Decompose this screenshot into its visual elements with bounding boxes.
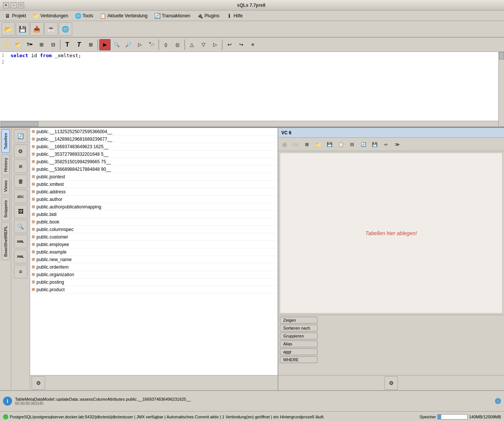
status-time: 00:00:00.063140: [15, 401, 492, 406]
sql-col-view-button[interactable]: ⊟: [47, 39, 59, 50]
sidebar-tab-beanshellrepl[interactable]: BeanShellREPL: [2, 222, 10, 260]
statusbar-connections: 1 Verbindung(en) geöffnet: [222, 415, 270, 419]
table-item[interactable]: ⊞ public.address: [30, 188, 278, 196]
sql-table-view-button[interactable]: ⊞: [36, 39, 47, 50]
sql-execute-button[interactable]: ▶: [99, 39, 111, 50]
database-button[interactable]: ☕: [44, 22, 58, 36]
sidebar-tab-tabellen[interactable]: Tabellen: [2, 129, 10, 153]
table-item[interactable]: ⊞ public.xmltest: [30, 181, 278, 188]
tables-settings-button[interactable]: ⚙: [32, 376, 45, 390]
vc-sortieren-button[interactable]: Sortieren nach: [280, 325, 317, 331]
delete-button[interactable]: 🗑: [14, 175, 27, 188]
vc-folder-button[interactable]: 📁: [313, 139, 323, 150]
sql-grid-button[interactable]: ⊞: [85, 39, 96, 50]
menu-tools[interactable]: 🌐 Tools: [72, 12, 96, 20]
table-item[interactable]: ⊞ public.employee: [30, 241, 278, 248]
table-item[interactable]: ⊞ public.customer: [30, 233, 278, 241]
vc-gruppieren-button[interactable]: Gruppieren: [280, 333, 317, 339]
menu-transaktionen[interactable]: 🔄 Transaktionen: [151, 12, 193, 20]
sql-search-button[interactable]: 🔍: [111, 39, 122, 50]
vc-alias-button[interactable]: Alias: [280, 340, 317, 347]
table-item[interactable]: ⊞ public.jsontest: [30, 173, 278, 181]
vc-aggr-button[interactable]: aggr: [280, 348, 317, 355]
table-item[interactable]: ⊞ public.columnspec: [30, 226, 278, 233]
menu-hilfe[interactable]: ℹ Hilfe: [223, 12, 246, 20]
vc-footer-button[interactable]: ⚙: [384, 376, 398, 390]
sql-open-button[interactable]: 📂: [12, 39, 24, 50]
xml-button2[interactable]: XML: [14, 250, 27, 263]
vc-refresh-button[interactable]: 🔄: [358, 139, 369, 150]
sql-braces2-button[interactable]: {|}: [172, 39, 183, 50]
vc-floppy-button[interactable]: 💾: [369, 139, 380, 150]
sql-search2-button[interactable]: 🔎: [123, 39, 134, 50]
vc-tab[interactable]: VC 6: [278, 128, 504, 138]
sql-search4-button[interactable]: 🔭: [146, 39, 157, 50]
minimize-button[interactable]: −: [11, 2, 17, 8]
table-item[interactable]: ⊞ public.organization: [30, 271, 278, 278]
vc-canvas[interactable]: Tabellen hier ablegen!: [280, 153, 502, 313]
vc-more-button[interactable]: ≫: [392, 139, 402, 150]
sql-menu-button[interactable]: ≡: [247, 39, 258, 50]
table-item[interactable]: ⊞ public.product: [30, 286, 278, 293]
menu-aktuelle-verbindung[interactable]: 📋 Aktuelle Verbindung: [97, 12, 150, 20]
vc-save-button[interactable]: 💾: [324, 139, 335, 150]
save-button[interactable]: 💾: [16, 22, 29, 36]
settings-button[interactable]: ⚙: [14, 144, 27, 158]
sidebar-tab-snippets[interactable]: Snippets: [2, 197, 10, 221]
vc-clipboard-button[interactable]: 📋: [335, 139, 346, 150]
image-button[interactable]: 🖼: [14, 205, 27, 218]
sql-braces-button[interactable]: {}: [160, 39, 172, 50]
refresh-button[interactable]: 🔄: [14, 129, 27, 143]
horizontal-scrollbar-thumb[interactable]: [1, 122, 38, 126]
table-item[interactable]: ⊞ public.__166937483649623 1625__: [30, 143, 278, 150]
table-item[interactable]: ⊞ public.__142898129681689239677__: [30, 135, 278, 143]
tables-list-inner[interactable]: ⊞ public.__113252525072595366004__ ⊞ pub…: [30, 128, 278, 375]
sql-arrow-up-button[interactable]: △: [186, 39, 197, 50]
sql-edit-button[interactable]: T✏: [24, 39, 35, 50]
label-button[interactable]: abc: [14, 190, 27, 203]
table-view-button[interactable]: ⊞: [14, 160, 27, 173]
table-item[interactable]: ⊞ public.posting: [30, 278, 278, 286]
sql-arrow-down-button[interactable]: ▽: [198, 39, 209, 50]
side-menu-button[interactable]: ≡: [14, 265, 27, 278]
table-item[interactable]: ⊞ public.example: [30, 248, 278, 256]
table-item[interactable]: ⊞ public.book: [30, 218, 278, 226]
maximize-button[interactable]: □: [18, 2, 24, 8]
menu-verbindungen[interactable]: 📁 Verbindungen: [30, 12, 71, 20]
vertical-scrollbar-thumb[interactable]: [499, 52, 504, 59]
sql-text-button[interactable]: T: [62, 39, 73, 50]
open-folder-button[interactable]: 📂: [2, 22, 15, 36]
vc-table-button[interactable]: ⊞: [302, 139, 312, 150]
table-item[interactable]: ⊞ public.__113252525072595366004__: [30, 128, 278, 135]
vc-columns-button[interactable]: ⊟: [347, 139, 357, 150]
table-item[interactable]: ⊞ public.__358251501994299665 75__: [30, 158, 278, 166]
table-item[interactable]: ⊞ public.author: [30, 196, 278, 203]
vc-export-button[interactable]: ⇨: [381, 139, 391, 150]
sql-editor[interactable]: 1 select id from _xmltest; 2: [0, 52, 504, 127]
sql-search3-button[interactable]: ▷: [134, 39, 146, 50]
sql-undo-button[interactable]: ↩: [224, 39, 235, 50]
web-button[interactable]: 🌐: [59, 22, 72, 36]
table-item[interactable]: ⊞ public.__353727989332201648 5__: [30, 150, 278, 158]
menu-projekt[interactable]: 🖥 Projekt: [2, 12, 29, 20]
table-item[interactable]: ⊞ public.new_name: [30, 256, 278, 263]
search-side-button[interactable]: 🔍: [14, 220, 27, 233]
sql-arrow-flat-button[interactable]: ▷: [209, 39, 221, 50]
table-item[interactable]: ⊞ public.authorpublicationmapping: [30, 203, 278, 211]
sidebar-tab-history[interactable]: History: [2, 154, 10, 175]
vc-where-button[interactable]: WHERE: [280, 356, 317, 363]
sql-redo-button[interactable]: ↪: [235, 39, 247, 50]
menu-plugins[interactable]: 🔌 Plugins: [194, 12, 222, 20]
horizontal-scrollbar[interactable]: [0, 121, 498, 126]
xml-button1[interactable]: XML: [14, 235, 27, 248]
sql-bold-t-button[interactable]: T: [73, 39, 85, 50]
table-item[interactable]: ⊞ public.bidi: [30, 211, 278, 218]
sql-new-button[interactable]: ✨: [1, 39, 12, 50]
sidebar-tab-views[interactable]: Views: [2, 177, 10, 195]
open-folder2-button[interactable]: 📥: [30, 22, 44, 36]
vertical-scrollbar[interactable]: [498, 52, 504, 126]
table-item[interactable]: ⊞ public.__536689884217884848 90__: [30, 166, 278, 173]
vc-zeigen-button[interactable]: Zeigen: [280, 317, 317, 324]
close-button[interactable]: ✕: [3, 2, 9, 8]
table-item[interactable]: ⊞ public.orderitem: [30, 263, 278, 271]
